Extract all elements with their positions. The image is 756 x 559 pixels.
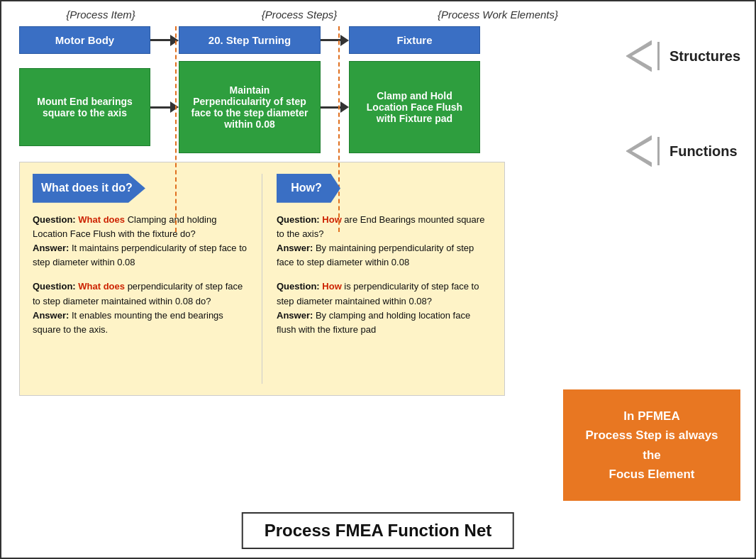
h-line-2a [321, 39, 340, 41]
structures-arrow-icon [626, 40, 652, 72]
bottom-left-col: What does it do? Question: What does Cla… [33, 174, 248, 384]
col2-blue-box: 20. Step Turning [179, 26, 321, 54]
q2-label-right: Question: [277, 281, 320, 292]
q2-block-left: Question: What does perpendicularity of … [33, 280, 248, 337]
arrow-1 [170, 35, 179, 46]
connector-2 [321, 35, 349, 46]
info-line2: Process Step is always the [577, 426, 726, 464]
a2-label-left: Answer: [33, 310, 69, 321]
h-line-1a [150, 39, 170, 41]
bottom-right-col: How? Question: How are End Bearings moun… [277, 174, 491, 384]
bottom-section: What does it do? Question: What does Cla… [19, 162, 505, 396]
q2-block-right: Question: How is perpendicularity of ste… [277, 280, 491, 337]
what-banner: What does it do? [33, 174, 248, 203]
connector-3 [150, 101, 179, 113]
functions-label-text: Functions [669, 143, 738, 160]
q1-block-right: Question: How are End Bearings mounted s… [277, 213, 491, 270]
dashed-line-1 [175, 26, 177, 232]
arrow-4 [340, 101, 349, 113]
header-labels: {Process Item} {Process Steps} {Process … [9, 9, 747, 21]
q2-word-left: What does [78, 281, 125, 292]
a2-label-right: Answer: [277, 310, 313, 321]
h-line-3a [150, 106, 170, 109]
q2-label-left: Question: [33, 281, 76, 292]
info-box: In PFMEA Process Step is always the Focu… [563, 389, 740, 501]
structures-label-text: Structures [669, 48, 740, 65]
q1-word-left: What does [78, 214, 125, 225]
what-banner-arrow: What does it do? [33, 174, 145, 203]
header-label-2: {Process Steps} [221, 9, 377, 21]
q1-label-right: Question: [277, 214, 320, 225]
col2-green-box: Maintain Perpendicularity of step face t… [179, 61, 321, 153]
q2-word-right: How [322, 281, 341, 292]
header-label-3: {Process Work Elements} [420, 9, 576, 21]
how-banner: How? [277, 174, 491, 203]
a1-label-right: Answer: [277, 243, 313, 253]
info-line3: Focus Element [577, 465, 726, 484]
side-labels: Structures Functions [626, 40, 740, 167]
functions-arrow-icon [626, 135, 652, 167]
col3-green-box: Clamp and Hold Location Face Flush with … [349, 61, 480, 153]
footer-title: Process FMEA Function Net [242, 512, 514, 549]
col1-blue-box: Motor Body [19, 26, 150, 54]
header-label-1: {Process Item} [23, 9, 179, 21]
h-line-4a [321, 106, 340, 109]
structures-line-icon [657, 42, 660, 70]
how-banner-arrow: How? [277, 174, 340, 203]
q1-label-left: Question: [33, 214, 76, 225]
functions-line-icon [657, 137, 660, 165]
arrow-2 [340, 35, 349, 46]
connector-1 [150, 35, 179, 46]
q1-block-left: Question: What does Clamping and holding… [33, 213, 248, 270]
a1-label-left: Answer: [33, 243, 69, 253]
info-line1: In PFMEA [577, 406, 726, 426]
arrow-3 [170, 101, 179, 113]
structures-label-item: Structures [626, 40, 740, 72]
bottom-divider [262, 174, 262, 384]
dashed-line-2 [338, 26, 340, 232]
main-container: {Process Item} {Process Steps} {Process … [0, 0, 756, 559]
connector-4 [321, 101, 349, 113]
col1-green-box: Mount End bearings square to the axis [19, 68, 150, 146]
functions-label-item: Functions [626, 135, 740, 167]
col3-blue-box: Fixture [349, 26, 480, 54]
